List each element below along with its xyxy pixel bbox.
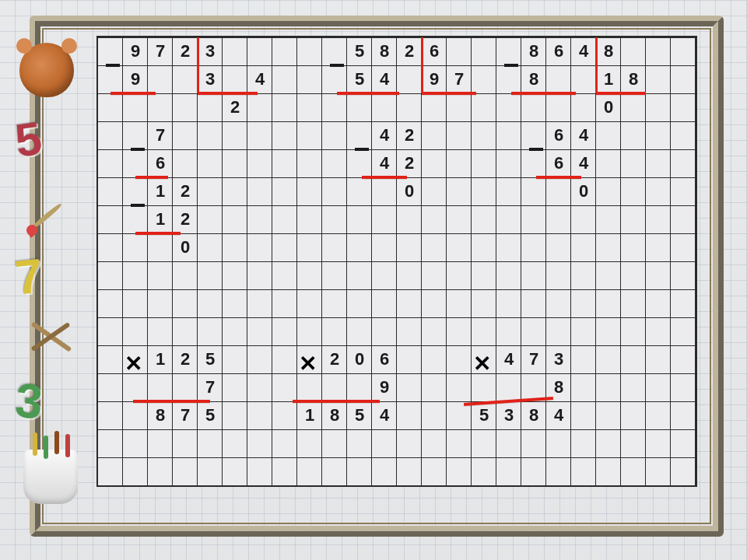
grid-cell: 7 — [173, 401, 198, 429]
red-underline — [133, 400, 210, 403]
grid-cell: 4 — [372, 149, 397, 177]
grid-cell: 1 — [297, 401, 322, 429]
red-underline — [511, 92, 576, 95]
bear-icon — [19, 43, 74, 97]
grid-cell: 2 — [397, 37, 422, 65]
grid-cell: 6 — [372, 345, 397, 373]
grid-cell: 9 — [422, 65, 447, 93]
grid-cell: 4 — [546, 401, 571, 429]
grid-cell: 6 — [422, 37, 447, 65]
grid-cell: 8 — [596, 37, 621, 65]
minus-sign — [106, 64, 120, 67]
pencil-cup-icon — [23, 450, 78, 504]
grid-cell: 6 — [148, 149, 173, 177]
grid-cell: 2 — [397, 149, 422, 177]
grid-cell: 6 — [546, 121, 571, 149]
minus-sign — [529, 148, 543, 151]
minus-sign — [355, 148, 369, 151]
grid-cell: 4 — [571, 149, 596, 177]
grid-cell: 0 — [397, 177, 422, 205]
red-underline — [337, 92, 399, 95]
red-underline — [198, 92, 258, 95]
grid-cell: 8 — [148, 401, 173, 429]
grid-cell: 8 — [521, 401, 546, 429]
grid-cell: 4 — [496, 345, 521, 373]
grid-cell: 6 — [546, 149, 571, 177]
grid-cell: 7 — [521, 345, 546, 373]
grid-cell: 7 — [198, 373, 223, 401]
multiply-sign: ✕ — [124, 351, 142, 376]
grid-cell: 5 — [347, 37, 372, 65]
minus-sign — [330, 64, 344, 67]
grid-cell: 9 — [372, 373, 397, 401]
grid-cell: 1 — [148, 205, 173, 233]
deco-number-5: 5 — [12, 111, 45, 168]
grid-cell: 6 — [546, 37, 571, 65]
grid-cell: 1 — [148, 345, 173, 373]
minus-sign — [504, 64, 518, 67]
minus-sign — [131, 148, 145, 151]
grid-cell: 3 — [198, 37, 223, 65]
grid-cell: 8 — [372, 37, 397, 65]
grid-cell: 8 — [322, 401, 347, 429]
grid-cell: 2 — [223, 93, 247, 121]
red-underline — [293, 400, 380, 403]
grid-cell: 4 — [372, 121, 397, 149]
grid-cell: 2 — [397, 121, 422, 149]
brush-icon — [25, 191, 72, 237]
grid-cell: 8 — [521, 65, 546, 93]
grid-cell: 5 — [198, 345, 223, 373]
grid-cell: 5 — [472, 401, 496, 429]
grid-cell: 4 — [372, 65, 397, 93]
red-divider — [595, 37, 598, 93]
grid-cell: 4 — [372, 401, 397, 429]
grid-cell: 0 — [596, 93, 621, 121]
grid-cell: 4 — [247, 65, 272, 93]
grid-cell: 0 — [347, 345, 372, 373]
red-underline — [362, 176, 407, 179]
grid-cell: 9 — [123, 65, 148, 93]
red-divider — [421, 37, 423, 93]
grid-cell: 9 — [123, 37, 148, 65]
decoration-sidebar: 5 7 3 — [0, 0, 93, 560]
grid-cell: 5 — [347, 65, 372, 93]
grid-cell: 4 — [571, 121, 596, 149]
grid-cell: 8 — [521, 37, 546, 65]
red-underline — [110, 92, 156, 95]
red-underline — [135, 232, 181, 235]
grid-cell: 5 — [347, 401, 372, 429]
grid-cell: 5 — [198, 401, 223, 429]
minus-sign — [131, 204, 145, 207]
math-grid: 9723934276121205826549742420864881806464… — [96, 36, 697, 487]
compass-icon — [25, 311, 79, 366]
grid-cell: 0 — [571, 177, 596, 205]
grid-cell: 3 — [546, 345, 571, 373]
grid-cell: 2 — [173, 177, 198, 205]
multiply-sign: ✕ — [299, 351, 317, 376]
multiply-sign: ✕ — [473, 351, 491, 376]
grid-cell: 2 — [322, 345, 347, 373]
grid-cell: 2 — [173, 205, 198, 233]
grid-cell: 0 — [173, 233, 198, 261]
red-underline — [422, 92, 476, 95]
grid-cell: 8 — [621, 65, 646, 93]
grid-cell: 2 — [173, 345, 198, 373]
grid-cell: 7 — [447, 65, 472, 93]
red-divider — [197, 37, 199, 93]
red-underline — [536, 176, 581, 179]
deco-number-7: 7 — [12, 247, 45, 305]
grid-cell: 4 — [571, 37, 596, 65]
red-underline — [135, 176, 168, 179]
grid-cell: 7 — [148, 121, 173, 149]
grid-cell: 1 — [596, 65, 621, 93]
red-underline — [596, 92, 646, 95]
grid-cell: 1 — [148, 177, 173, 205]
grid-cell: 3 — [496, 401, 521, 429]
deco-number-3: 3 — [13, 373, 45, 430]
grid-cell: 3 — [198, 65, 223, 93]
grid-cell: 2 — [173, 37, 198, 65]
grid-cell: 7 — [148, 37, 173, 65]
